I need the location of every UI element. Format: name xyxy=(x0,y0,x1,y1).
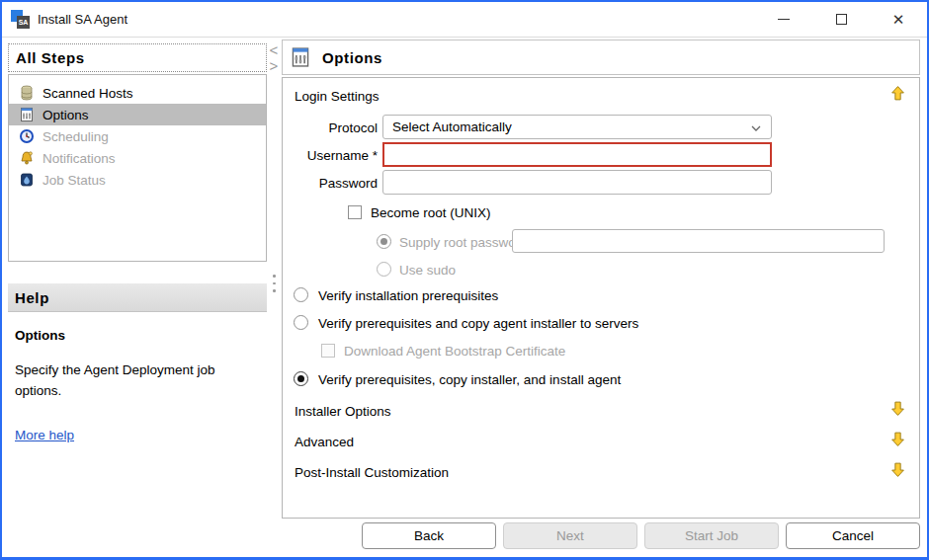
verify-prerequisites-label: Verify installation prerequisites xyxy=(318,288,498,303)
window-title: Install SA Agent xyxy=(38,12,127,27)
verify-prerequisites-radio[interactable] xyxy=(294,287,308,302)
protocol-selected-value: Select Automatically xyxy=(392,120,512,134)
post-install-customization-section-label: Post-Install Customization xyxy=(295,465,449,480)
step-scheduling: Scheduling xyxy=(9,125,266,147)
collapse-panel-icon[interactable]: < xyxy=(268,42,280,58)
supply-root-password-input xyxy=(512,229,885,253)
expand-panel-icon[interactable]: > xyxy=(268,58,280,74)
expand-advanced-icon[interactable] xyxy=(889,431,906,447)
step-label: Scanned Hosts xyxy=(42,86,133,101)
maximize-icon xyxy=(836,14,847,25)
options-panel: Options Login Settings Protocol Select A… xyxy=(282,40,920,558)
verify-install-radio[interactable] xyxy=(294,371,308,386)
help-body-text: Specify the Agent Deployment job options… xyxy=(15,360,242,402)
step-options[interactable]: Options xyxy=(9,104,266,125)
step-notifications: Notifications xyxy=(9,147,266,169)
help-topic-title: Options xyxy=(15,328,259,343)
step-label: Options xyxy=(42,108,89,122)
minimize-icon xyxy=(778,19,790,20)
more-help-link[interactable]: More help xyxy=(15,428,74,442)
supply-root-password-radio xyxy=(377,234,391,249)
collapse-section-icon[interactable] xyxy=(889,85,906,102)
protocol-label: Protocol xyxy=(283,120,378,135)
steps-sidebar: All Steps Scanned Hosts xyxy=(8,43,267,558)
options-panel-header: Options xyxy=(282,40,920,75)
use-sudo-radio xyxy=(377,262,391,277)
step-label: Scheduling xyxy=(42,129,109,144)
installer-options-section-label: Installer Options xyxy=(295,404,391,419)
chevron-down-icon xyxy=(750,122,762,134)
options-form: Login Settings Protocol Select Automatic… xyxy=(282,77,920,519)
verify-install-label: Verify prerequisites, copy installer, an… xyxy=(318,372,621,387)
become-root-checkbox[interactable] xyxy=(348,205,362,219)
next-button: Next xyxy=(503,522,637,549)
expand-installer-options-icon[interactable] xyxy=(889,400,906,417)
back-button[interactable]: Back xyxy=(362,522,496,549)
password-label: Password xyxy=(283,176,378,191)
cancel-button[interactable]: Cancel xyxy=(786,522,920,549)
login-settings-section-label: Login Settings xyxy=(295,89,380,104)
options-form-icon xyxy=(290,46,311,68)
steps-list: Scanned Hosts Options xyxy=(8,74,267,262)
download-certificate-checkbox xyxy=(321,344,335,358)
step-label: Notifications xyxy=(42,151,116,166)
title-bar: SA Install SA Agent ✕ xyxy=(2,2,927,38)
options-form-icon xyxy=(19,107,35,122)
all-steps-header: All Steps xyxy=(8,43,267,72)
verify-and-copy-label: Verify prerequisites and copy agent inst… xyxy=(318,316,638,331)
server-icon xyxy=(19,85,35,101)
close-button[interactable]: ✕ xyxy=(870,2,927,37)
maximize-button[interactable] xyxy=(812,2,870,37)
step-scanned-hosts[interactable]: Scanned Hosts xyxy=(9,82,266,104)
clock-icon xyxy=(19,128,35,144)
bell-icon xyxy=(19,150,35,166)
username-label: Username * xyxy=(283,148,378,163)
download-certificate-label: Download Agent Bootstrap Certificate xyxy=(344,344,565,359)
minimize-button[interactable] xyxy=(755,2,812,37)
password-input[interactable] xyxy=(382,170,772,195)
app-icon: SA xyxy=(11,10,30,29)
job-status-icon xyxy=(19,172,35,188)
advanced-section-label: Advanced xyxy=(295,435,354,449)
username-input[interactable] xyxy=(382,142,772,167)
wizard-footer: Back Next Start Job Cancel xyxy=(282,519,920,552)
help-header: Help xyxy=(8,283,267,312)
help-panel: Options Specify the Agent Deployment job… xyxy=(8,312,267,442)
step-label: Job Status xyxy=(42,173,106,188)
step-job-status: Job Status xyxy=(9,169,266,191)
become-root-label: Become root (UNIX) xyxy=(371,205,491,220)
page-title: Options xyxy=(322,49,382,66)
start-job-button: Start Job xyxy=(644,522,779,549)
use-sudo-label: Use sudo xyxy=(399,263,456,278)
protocol-dropdown[interactable]: Select Automatically xyxy=(382,115,772,139)
splitter-grip-icon[interactable] xyxy=(273,275,276,292)
panel-splitter[interactable]: < > xyxy=(267,38,282,558)
supply-root-password-label: Supply root password xyxy=(399,235,528,250)
verify-and-copy-radio[interactable] xyxy=(294,315,308,330)
install-sa-agent-dialog: SA Install SA Agent ✕ All Steps Scanned … xyxy=(0,0,929,560)
expand-post-install-icon[interactable] xyxy=(889,461,906,478)
